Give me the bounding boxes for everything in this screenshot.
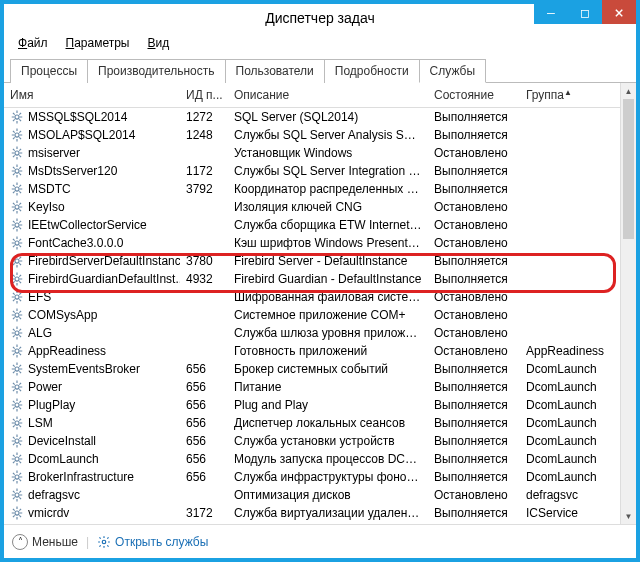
table-row[interactable]: MsDtsServer1201172Службы SQL Server Inte…	[4, 162, 636, 180]
scroll-thumb[interactable]	[623, 99, 634, 239]
table-row[interactable]: FirebirdGuardianDefaultInst...4932Firebi…	[4, 270, 636, 288]
service-gear-icon	[10, 182, 24, 196]
open-services-link[interactable]: Открыть службы	[97, 535, 208, 549]
service-gear-icon	[10, 146, 24, 160]
service-group	[520, 134, 616, 136]
table-row[interactable]: IEEtwCollectorServiceСлужба сборщика ETW…	[4, 216, 636, 234]
svg-point-17	[15, 421, 19, 425]
service-status: Выполняется	[428, 109, 520, 125]
fewer-details-button[interactable]: ˄ Меньше	[12, 534, 78, 550]
menubar: Файл Параметры Вид	[4, 32, 636, 54]
table-row[interactable]: Power656ПитаниеВыполняетсяDcomLaunch	[4, 378, 636, 396]
service-name: COMSysApp	[28, 308, 97, 322]
col-description[interactable]: Описание	[228, 83, 428, 107]
tab-performance[interactable]: Производительность	[87, 59, 225, 83]
service-group	[520, 314, 616, 316]
tab-users[interactable]: Пользователи	[225, 59, 325, 83]
service-group: DcomLaunch	[520, 433, 616, 449]
table-row[interactable]: AppReadinessГотовность приложенийОстанов…	[4, 342, 636, 360]
service-pid: 656	[180, 397, 228, 413]
service-pid	[180, 332, 228, 334]
svg-point-0	[15, 115, 19, 119]
menu-options[interactable]: Параметры	[58, 34, 138, 52]
service-gear-icon	[10, 362, 24, 376]
table-row[interactable]: MSDTC3792Координатор распределенных тра.…	[4, 180, 636, 198]
service-gear-icon	[10, 110, 24, 124]
close-button[interactable]: ×	[602, 0, 636, 24]
service-status: Выполняется	[428, 163, 520, 179]
svg-point-2	[15, 151, 19, 155]
service-description: Изоляция ключей CNG	[228, 199, 428, 215]
service-group: AppReadiness	[520, 343, 616, 359]
service-description: Питание	[228, 379, 428, 395]
service-description: Служба виртуализации удаленны...	[228, 505, 428, 521]
titlebar[interactable]: Диспетчер задач — □ ×	[4, 4, 636, 32]
content-area: Имя ИД п... Описание Состояние Группа▲ M…	[4, 83, 636, 524]
service-name: BrokerInfrastructure	[28, 470, 134, 484]
col-group[interactable]: Группа▲	[520, 83, 616, 107]
table-row[interactable]: BrokerInfrastructure656Служба инфраструк…	[4, 468, 636, 486]
scroll-up-button[interactable]: ▲	[621, 83, 636, 99]
table-row[interactable]: ALGСлужба шлюза уровня приложен...Остано…	[4, 324, 636, 342]
tab-details[interactable]: Подробности	[324, 59, 420, 83]
service-name: FirebirdGuardianDefaultInst...	[28, 272, 180, 286]
table-row[interactable]: LSM656Диспетчер локальных сеансовВыполня…	[4, 414, 636, 432]
service-pid	[180, 296, 228, 298]
svg-point-11	[15, 313, 19, 317]
service-status: Остановлено	[428, 235, 520, 251]
svg-point-21	[15, 493, 19, 497]
service-status: Выполняется	[428, 415, 520, 431]
vertical-scrollbar[interactable]: ▲ ▼	[620, 83, 636, 524]
table-row[interactable]: DeviceInstall656Служба установки устройс…	[4, 432, 636, 450]
service-group: DcomLaunch	[520, 397, 616, 413]
table-row[interactable]: FirebirdServerDefaultInstance3780Firebir…	[4, 252, 636, 270]
svg-point-13	[15, 349, 19, 353]
table-row[interactable]: DcomLaunch656Модуль запуска процессов DC…	[4, 450, 636, 468]
service-description: Кэш шрифтов Windows Presentati...	[228, 235, 428, 251]
service-gear-icon	[10, 452, 24, 466]
table-row[interactable]: EFSШифрованная файловая система ...Остан…	[4, 288, 636, 306]
service-gear-icon	[10, 416, 24, 430]
service-status: Выполняется	[428, 361, 520, 377]
table-row[interactable]: SystemEventsBroker656Брокер системных со…	[4, 360, 636, 378]
service-description: Оптимизация дисков	[228, 487, 428, 503]
svg-point-9	[15, 277, 19, 281]
minimize-button[interactable]: —	[534, 0, 568, 24]
window-title: Диспетчер задач	[265, 10, 375, 26]
table-row[interactable]: defragsvcОптимизация дисковОстановленоde…	[4, 486, 636, 504]
scroll-down-button[interactable]: ▼	[621, 508, 636, 524]
tab-services[interactable]: Службы	[419, 59, 486, 83]
table-row[interactable]: FontCache3.0.0.0Кэш шрифтов Windows Pres…	[4, 234, 636, 252]
col-name[interactable]: Имя	[4, 83, 180, 107]
service-status: Выполняется	[428, 181, 520, 197]
col-pid[interactable]: ИД п...	[180, 83, 228, 107]
col-status[interactable]: Состояние	[428, 83, 520, 107]
table-row[interactable]: MSSQL$SQL20141272SQL Server (SQL2014)Вып…	[4, 108, 636, 126]
service-gear-icon	[10, 344, 24, 358]
table-row[interactable]: KeyIsoИзоляция ключей CNGОстановлено	[4, 198, 636, 216]
table-row[interactable]: PlugPlay656Plug and PlayВыполняетсяDcomL…	[4, 396, 636, 414]
service-description: Firebird Guardian - DefaultInstance	[228, 271, 428, 287]
table-row[interactable]: msiserverУстановщик WindowsОстановлено	[4, 144, 636, 162]
service-description: Служба шлюза уровня приложен...	[228, 325, 428, 341]
service-gear-icon	[10, 218, 24, 232]
service-group	[520, 224, 616, 226]
svg-point-22	[15, 511, 19, 515]
maximize-button[interactable]: □	[568, 0, 602, 24]
service-name: Power	[28, 380, 62, 394]
service-description: Служба сборщика ETW Internet Ex...	[228, 217, 428, 233]
service-description: Диспетчер локальных сеансов	[228, 415, 428, 431]
service-pid: 3792	[180, 181, 228, 197]
tab-processes[interactable]: Процессы	[10, 59, 88, 83]
menu-file[interactable]: Файл	[10, 34, 56, 52]
menu-view[interactable]: Вид	[139, 34, 177, 52]
service-pid: 3172	[180, 505, 228, 521]
service-status: Остановлено	[428, 217, 520, 233]
table-header: Имя ИД п... Описание Состояние Группа▲	[4, 83, 636, 108]
service-pid: 656	[180, 451, 228, 467]
service-group	[520, 152, 616, 154]
table-row[interactable]: COMSysAppСистемное приложение COM+Остано…	[4, 306, 636, 324]
table-row[interactable]: vmicrdv3172Служба виртуализации удаленны…	[4, 504, 636, 522]
service-status: Остановлено	[428, 343, 520, 359]
table-row[interactable]: MSOLAP$SQL20141248Службы SQL Server Anal…	[4, 126, 636, 144]
